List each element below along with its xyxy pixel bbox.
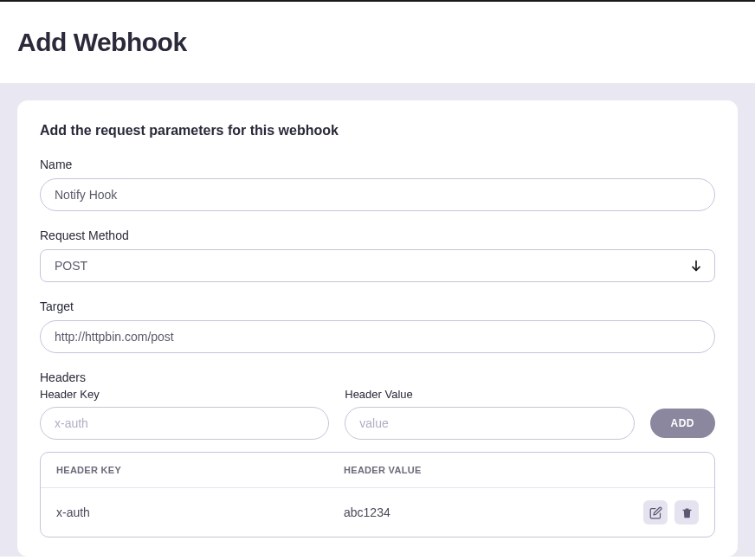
header-value-col: Header Value	[345, 388, 634, 440]
webhook-card: Add the request parameters for this webh…	[17, 100, 738, 557]
target-label: Target	[40, 299, 715, 313]
header-value-label: Header Value	[345, 388, 634, 401]
name-input[interactable]	[40, 178, 715, 211]
headers-table: HEADER KEY HEADER VALUE x-auth abc1234	[40, 452, 715, 537]
name-group: Name	[40, 158, 715, 211]
table-header-row: HEADER KEY HEADER VALUE	[41, 453, 714, 488]
table-cell-key: x-auth	[56, 505, 344, 519]
add-header-button[interactable]: ADD	[650, 409, 716, 438]
table-col-value-header: HEADER VALUE	[344, 465, 699, 475]
page-header: Add Webhook	[0, 2, 755, 83]
header-value-input[interactable]	[345, 407, 634, 440]
page-title: Add Webhook	[17, 28, 738, 57]
card-subtitle: Add the request parameters for this webh…	[40, 123, 715, 138]
table-row: x-auth abc1234	[41, 488, 714, 537]
header-key-input[interactable]	[40, 407, 329, 440]
header-inputs-row: Header Key Header Value ADD	[40, 388, 715, 440]
content-area: Add the request parameters for this webh…	[0, 83, 755, 557]
row-actions	[643, 500, 699, 525]
target-group: Target	[40, 299, 715, 353]
method-select[interactable]: POST	[40, 249, 715, 282]
method-group: Request Method POST	[40, 229, 715, 282]
table-cell-value: abc1234	[344, 505, 643, 519]
table-col-key-header: HEADER KEY	[56, 465, 344, 475]
edit-icon	[649, 506, 662, 519]
headers-label: Headers	[40, 370, 715, 384]
trash-icon	[681, 506, 694, 519]
edit-header-button[interactable]	[643, 500, 668, 525]
delete-header-button[interactable]	[674, 500, 699, 525]
method-select-wrapper: POST	[40, 249, 715, 282]
name-label: Name	[40, 158, 715, 171]
headers-section: Headers Header Key Header Value ADD HEAD…	[40, 370, 715, 537]
target-input[interactable]	[40, 320, 715, 353]
header-key-col: Header Key	[40, 388, 329, 440]
header-key-label: Header Key	[40, 388, 329, 401]
method-label: Request Method	[40, 229, 715, 242]
